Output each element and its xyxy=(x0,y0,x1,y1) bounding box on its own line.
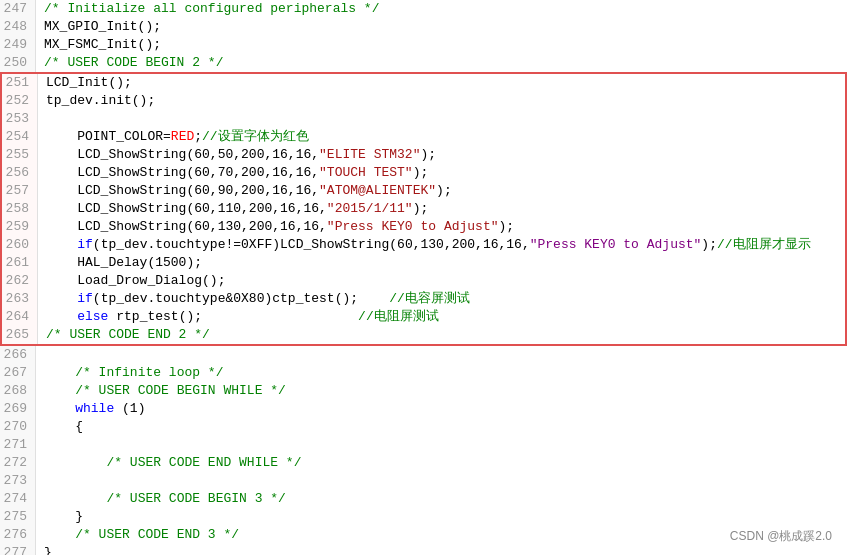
code-editor: 247 /* Initialize all configured periphe… xyxy=(0,0,847,555)
line-num-258: 258 xyxy=(2,200,38,218)
line-num-276: 276 xyxy=(0,526,36,544)
line-content-277: } xyxy=(36,544,847,555)
line-262: 262 Load_Drow_Dialog(); xyxy=(2,272,845,290)
line-content-275: } xyxy=(36,508,847,526)
line-content-271 xyxy=(36,436,847,454)
line-num-256: 256 xyxy=(2,164,38,182)
line-num-249: 249 xyxy=(0,36,36,54)
line-num-265: 265 xyxy=(2,326,38,344)
line-268: 268 /* USER CODE BEGIN WHILE */ xyxy=(0,382,847,400)
line-content-251: LCD_Init(); xyxy=(38,74,845,92)
line-271: 271 xyxy=(0,436,847,454)
line-277: 277 } xyxy=(0,544,847,555)
line-content-268: /* USER CODE BEGIN WHILE */ xyxy=(36,382,847,400)
line-252: 252 tp_dev.init(); xyxy=(2,92,845,110)
line-247: 247 /* Initialize all configured periphe… xyxy=(0,0,847,18)
line-content-250: /* USER CODE BEGIN 2 */ xyxy=(36,54,847,72)
line-248: 248 MX_GPIO_Init(); xyxy=(0,18,847,36)
line-275: 275 } xyxy=(0,508,847,526)
line-num-262: 262 xyxy=(2,272,38,290)
line-256: 256 LCD_ShowString(60,70,200,16,16,"TOUC… xyxy=(2,164,845,182)
line-content-256: LCD_ShowString(60,70,200,16,16,"TOUCH TE… xyxy=(38,164,845,182)
line-content-261: HAL_Delay(1500); xyxy=(38,254,845,272)
line-265: 265 /* USER CODE END 2 */ xyxy=(2,326,845,344)
line-num-267: 267 xyxy=(0,364,36,382)
line-content-270: { xyxy=(36,418,847,436)
line-272: 272 /* USER CODE END WHILE */ xyxy=(0,454,847,472)
line-num-277: 277 xyxy=(0,544,36,555)
line-content-269: while (1) xyxy=(36,400,847,418)
line-content-266 xyxy=(36,346,847,364)
line-content-267: /* Infinite loop */ xyxy=(36,364,847,382)
line-276: 276 /* USER CODE END 3 */ xyxy=(0,526,847,544)
line-250: 250 /* USER CODE BEGIN 2 */ xyxy=(0,54,847,72)
line-255: 255 LCD_ShowString(60,50,200,16,16,"ELIT… xyxy=(2,146,845,164)
line-253: 253 xyxy=(2,110,845,128)
line-num-269: 269 xyxy=(0,400,36,418)
line-260: 260 if(tp_dev.touchtype!=0XFF)LCD_ShowSt… xyxy=(2,236,845,254)
line-num-252: 252 xyxy=(2,92,38,110)
highlighted-region: 251 LCD_Init(); 252 tp_dev.init(); 253 2… xyxy=(0,72,847,346)
line-content-262: Load_Drow_Dialog(); xyxy=(38,272,845,290)
line-content-264: else rtp_test(); //电阻屏测试 xyxy=(38,308,845,326)
line-num-259: 259 xyxy=(2,218,38,236)
line-261: 261 HAL_Delay(1500); xyxy=(2,254,845,272)
line-270: 270 { xyxy=(0,418,847,436)
line-267: 267 /* Infinite loop */ xyxy=(0,364,847,382)
line-249: 249 MX_FSMC_Init(); xyxy=(0,36,847,54)
line-num-271: 271 xyxy=(0,436,36,454)
line-num-268: 268 xyxy=(0,382,36,400)
line-content-259: LCD_ShowString(60,130,200,16,16,"Press K… xyxy=(38,218,845,236)
line-num-266: 266 xyxy=(0,346,36,364)
line-content-260: if(tp_dev.touchtype!=0XFF)LCD_ShowString… xyxy=(38,236,845,254)
line-264: 264 else rtp_test(); //电阻屏测试 xyxy=(2,308,845,326)
line-num-275: 275 xyxy=(0,508,36,526)
line-259: 259 LCD_ShowString(60,130,200,16,16,"Pre… xyxy=(2,218,845,236)
line-num-270: 270 xyxy=(0,418,36,436)
line-content-265: /* USER CODE END 2 */ xyxy=(38,326,845,344)
line-num-260: 260 xyxy=(2,236,38,254)
line-content-253 xyxy=(38,110,845,128)
line-274: 274 /* USER CODE BEGIN 3 */ xyxy=(0,490,847,508)
line-258: 258 LCD_ShowString(60,110,200,16,16,"201… xyxy=(2,200,845,218)
line-content-274: /* USER CODE BEGIN 3 */ xyxy=(36,490,847,508)
line-content-276: /* USER CODE END 3 */ xyxy=(36,526,847,544)
line-num-261: 261 xyxy=(2,254,38,272)
line-269: 269 while (1) xyxy=(0,400,847,418)
line-content-257: LCD_ShowString(60,90,200,16,16,"ATOM@ALI… xyxy=(38,182,845,200)
line-254: 254 POINT_COLOR=RED;//设置字体为红色 xyxy=(2,128,845,146)
line-257: 257 LCD_ShowString(60,90,200,16,16,"ATOM… xyxy=(2,182,845,200)
line-content-263: if(tp_dev.touchtype&0X80)ctp_test(); //电… xyxy=(38,290,845,308)
line-content-258: LCD_ShowString(60,110,200,16,16,"2015/1/… xyxy=(38,200,845,218)
line-num-263: 263 xyxy=(2,290,38,308)
line-content-273 xyxy=(36,472,847,490)
line-num-274: 274 xyxy=(0,490,36,508)
line-content-249: MX_FSMC_Init(); xyxy=(36,36,847,54)
line-263: 263 if(tp_dev.touchtype&0X80)ctp_test();… xyxy=(2,290,845,308)
line-251: 251 LCD_Init(); xyxy=(2,74,845,92)
line-266: 266 xyxy=(0,346,847,364)
line-num-264: 264 xyxy=(2,308,38,326)
line-num-257: 257 xyxy=(2,182,38,200)
line-num-255: 255 xyxy=(2,146,38,164)
line-content-247: /* Initialize all configured peripherals… xyxy=(36,0,847,18)
line-num-273: 273 xyxy=(0,472,36,490)
line-273: 273 xyxy=(0,472,847,490)
line-num-272: 272 xyxy=(0,454,36,472)
line-num-251: 251 xyxy=(2,74,38,92)
line-num-247: 247 xyxy=(0,0,36,18)
line-num-254: 254 xyxy=(2,128,38,146)
watermark: CSDN @桃成蹊2.0 xyxy=(730,528,832,545)
line-num-248: 248 xyxy=(0,18,36,36)
line-content-248: MX_GPIO_Init(); xyxy=(36,18,847,36)
line-content-252: tp_dev.init(); xyxy=(38,92,845,110)
line-content-255: LCD_ShowString(60,50,200,16,16,"ELITE ST… xyxy=(38,146,845,164)
line-num-253: 253 xyxy=(2,110,38,128)
line-content-272: /* USER CODE END WHILE */ xyxy=(36,454,847,472)
line-content-254: POINT_COLOR=RED;//设置字体为红色 xyxy=(38,128,845,146)
line-num-250: 250 xyxy=(0,54,36,72)
